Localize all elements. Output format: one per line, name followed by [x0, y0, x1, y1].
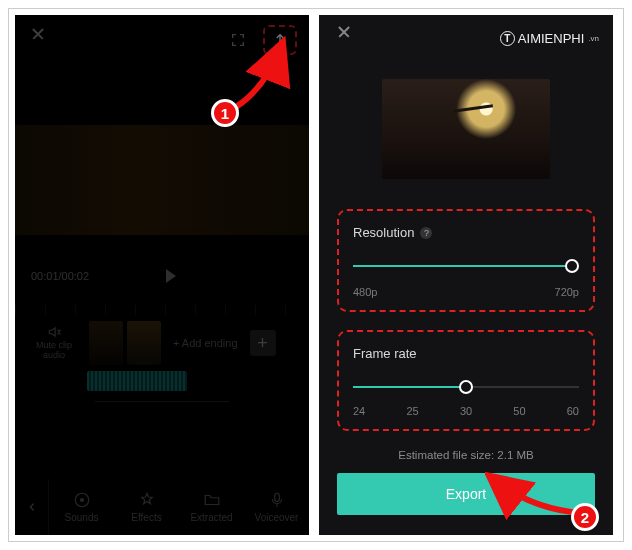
editor-top-right: [227, 25, 297, 55]
time-indicator: 00:01/00:02: [31, 270, 89, 282]
help-icon[interactable]: ?: [420, 227, 432, 239]
footer-extracted[interactable]: Extracted: [179, 491, 244, 523]
editor-screen: 00:01/00:02 Mute clip audio + Add ending…: [15, 15, 309, 535]
framerate-panel: Frame rate 24 25 30 50 60: [337, 330, 595, 431]
estimated-filesize: Estimated file size: 2.1 MB: [319, 449, 613, 461]
watermark-logo: T AIMIENPHI.vn: [500, 31, 599, 46]
timeline[interactable]: Mute clip audio + Add ending +: [15, 305, 309, 445]
svg-point-1: [80, 499, 83, 502]
audio-track[interactable]: [87, 371, 187, 391]
clip-thumbnails[interactable]: [89, 321, 161, 365]
timeline-divider: [95, 401, 229, 402]
fr-tick: 60: [567, 405, 579, 417]
fr-tick: 25: [406, 405, 418, 417]
watermark-suffix: .vn: [588, 34, 599, 43]
footer-label: Effects: [131, 512, 161, 523]
close-icon[interactable]: [27, 29, 49, 51]
resolution-label: Resolution: [353, 225, 414, 240]
add-ending-button[interactable]: + Add ending: [167, 337, 244, 349]
resolution-max: 720p: [555, 286, 579, 298]
framerate-scale: 24 25 30 50 60: [353, 405, 579, 417]
back-icon[interactable]: [15, 479, 49, 535]
clip-thumb[interactable]: [127, 321, 161, 365]
footer-voiceover[interactable]: Voiceover: [244, 491, 309, 523]
timeline-clip-row: Mute clip audio + Add ending +: [15, 315, 309, 371]
editor-top-bar: [15, 15, 309, 65]
video-preview-strip: [15, 125, 309, 235]
resolution-panel: Resolution ? 480p 720p: [337, 209, 595, 312]
export-top-bar: T AIMIENPHI.vn: [319, 15, 613, 61]
playback-controls: 00:01/00:02: [15, 269, 309, 283]
fr-tick: 50: [513, 405, 525, 417]
export-icon[interactable]: [271, 31, 289, 49]
annotation-badge-1: 1: [211, 99, 239, 127]
resolution-scale: 480p 720p: [353, 286, 579, 298]
svg-rect-2: [274, 493, 279, 501]
play-icon[interactable]: [166, 269, 176, 283]
framerate-slider[interactable]: [353, 377, 579, 397]
export-button[interactable]: Export: [337, 473, 595, 515]
fr-tick: 24: [353, 405, 365, 417]
watermark-letter: T: [500, 31, 515, 46]
close-icon[interactable]: [333, 27, 355, 49]
footer-label: Extracted: [190, 512, 232, 523]
fullscreen-icon[interactable]: [227, 29, 249, 51]
footer-sounds[interactable]: Sounds: [49, 491, 114, 523]
resolution-title-row: Resolution ?: [353, 225, 579, 240]
clip-thumb[interactable]: [89, 321, 123, 365]
editor-footer: Sounds Effects Extracted: [15, 479, 309, 535]
resolution-min: 480p: [353, 286, 377, 298]
annotation-badge-2: 2: [571, 503, 599, 531]
mute-clip-audio[interactable]: Mute clip audio: [25, 325, 83, 361]
add-clip-icon[interactable]: +: [250, 330, 276, 356]
export-highlight-box: [263, 25, 297, 55]
watermark-brand: AIMIENPHI: [518, 31, 584, 46]
framerate-label: Frame rate: [353, 346, 579, 361]
footer-label: Sounds: [65, 512, 99, 523]
export-preview-thumbnail: [382, 79, 550, 179]
tutorial-side-by-side: 00:01/00:02 Mute clip audio + Add ending…: [8, 8, 624, 542]
timeline-ruler: [15, 305, 309, 315]
mute-label: Mute clip audio: [36, 340, 72, 360]
fr-tick: 30: [460, 405, 472, 417]
footer-label: Voiceover: [255, 512, 299, 523]
resolution-slider[interactable]: [353, 256, 579, 276]
footer-effects[interactable]: Effects: [114, 491, 179, 523]
export-screen: T AIMIENPHI.vn Resolution ? 480p 720p Fr…: [319, 15, 613, 535]
